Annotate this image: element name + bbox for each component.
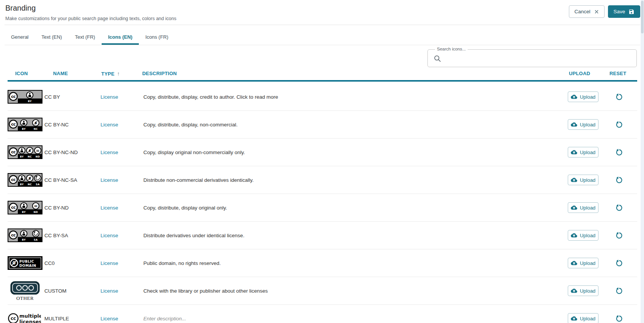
license-badge-icon: ccmultiplelicenses [8, 312, 41, 323]
upload-button[interactable]: Upload [568, 91, 598, 102]
table-row: ccBY$NCSA CC BY-NC-SA License Distribute… [8, 166, 637, 194]
reset-button[interactable] [614, 258, 624, 268]
upload-button[interactable]: Upload [568, 147, 598, 158]
license-name: CC0 [44, 260, 55, 266]
table-header-row: ICON NAME TYPE↑ DESCRIPTION UPLOAD RESET [8, 68, 637, 82]
license-description[interactable]: Copy, distribute, display, credit to aut… [143, 94, 278, 100]
upload-button[interactable]: Upload [568, 175, 598, 185]
cancel-button[interactable]: Cancel [569, 5, 605, 18]
svg-text:licenses: licenses [19, 319, 41, 323]
reset-rotate-icon [616, 207, 623, 213]
cloud-upload-icon [571, 177, 577, 183]
svg-text:cc: cc [11, 233, 16, 238]
table-row: ccBY$NC=ND CC BY-NC-ND License Copy, dis… [8, 139, 637, 166]
column-header-name[interactable]: NAME [53, 71, 68, 76]
reset-rotate-icon [616, 235, 623, 240]
svg-text:ND: ND [34, 211, 38, 214]
license-description[interactable]: Public domain, no rights reserved. [143, 260, 221, 266]
tab-icons-fr[interactable]: Icons (FR) [139, 29, 175, 45]
license-type-link[interactable]: License [101, 260, 118, 266]
svg-text:BY: BY [20, 183, 24, 186]
license-badge-icon: ccBY$NCSA [8, 173, 42, 187]
svg-text:NC: NC [28, 183, 32, 186]
svg-text:NC: NC [28, 155, 32, 158]
license-badge-icon: ccBY$NC=ND [8, 145, 42, 159]
svg-text:multiple: multiple [19, 313, 41, 319]
svg-text:SA: SA [36, 183, 39, 186]
license-name: CC BY [44, 94, 60, 100]
license-badge-icon: ccBY=ND [8, 201, 42, 214]
table-row: ccmultiplelicenses MULTIPLE License Ente… [8, 305, 637, 323]
upload-button-label: Upload [580, 94, 595, 100]
upload-button-label: Upload [580, 233, 595, 238]
license-type-link[interactable]: License [101, 94, 118, 100]
search-icons-input[interactable] [445, 50, 633, 66]
upload-button-label: Upload [580, 288, 595, 294]
license-type-link[interactable]: License [101, 205, 118, 211]
reset-rotate-icon [616, 262, 623, 268]
svg-text:cc: cc [11, 150, 16, 154]
upload-button[interactable]: Upload [568, 258, 598, 268]
cloud-upload-icon [571, 122, 577, 127]
reset-button[interactable] [614, 314, 624, 323]
license-description[interactable]: Copy, display original non-commercially … [143, 150, 245, 155]
reset-button[interactable] [614, 203, 624, 212]
license-type-link[interactable]: License [101, 233, 118, 238]
reset-button[interactable] [614, 120, 624, 129]
tab-text-en[interactable]: Text (EN) [35, 29, 68, 45]
license-description[interactable]: Enter description... [143, 316, 186, 321]
reset-button[interactable] [614, 148, 624, 157]
license-type-link[interactable]: License [101, 316, 118, 321]
sort-ascending-icon: ↑ [117, 71, 120, 77]
table-row: ccBYSA CC BY-SA License Distribute deriv… [8, 222, 637, 249]
upload-button[interactable]: Upload [568, 285, 598, 296]
upload-button[interactable]: Upload [568, 202, 598, 213]
license-name: CUSTOM [44, 288, 66, 294]
reset-button[interactable] [614, 286, 624, 295]
license-description[interactable]: Copy, distribute, display, non-commercia… [143, 122, 238, 128]
license-description[interactable]: Distribute non-commercial derivatives id… [143, 177, 254, 183]
scrollbar-track[interactable] [641, 0, 644, 323]
cloud-upload-icon [571, 233, 577, 238]
upload-button[interactable]: Upload [568, 313, 598, 323]
svg-text:BY: BY [22, 128, 26, 131]
column-header-description[interactable]: DESCRIPTION [142, 71, 177, 76]
svg-text:SA: SA [34, 238, 38, 241]
upload-button[interactable]: Upload [568, 230, 598, 241]
column-header-upload: UPLOAD [569, 71, 590, 76]
license-description[interactable]: Distribute derivatives under identical l… [143, 233, 244, 238]
svg-text:cc: cc [11, 316, 16, 321]
license-type-link[interactable]: License [101, 122, 118, 128]
cloud-upload-icon [571, 150, 577, 155]
column-header-icon: ICON [15, 71, 28, 76]
cloud-upload-icon [571, 316, 577, 321]
reset-button[interactable] [614, 175, 624, 184]
scrollbar-thumb[interactable] [641, 1, 644, 33]
table-row: ccBY CC BY License Copy, distribute, dis… [8, 83, 637, 111]
save-button-label: Save [614, 9, 625, 14]
reset-rotate-icon [616, 318, 623, 323]
reset-button[interactable] [614, 231, 624, 240]
svg-text:cc: cc [11, 122, 16, 127]
license-description[interactable]: Copy, distribute, display original only. [143, 205, 227, 211]
svg-text:NC: NC [34, 128, 38, 131]
tab-text-fr[interactable]: Text (FR) [68, 29, 101, 45]
tab-general[interactable]: General [5, 29, 35, 45]
license-name: MULTIPLE [44, 316, 69, 321]
tab-icons-en[interactable]: Icons (EN) [102, 29, 139, 45]
cancel-button-label: Cancel [574, 9, 590, 14]
license-type-link[interactable]: License [101, 288, 118, 294]
upload-button[interactable]: Upload [568, 119, 598, 130]
reset-rotate-icon [616, 151, 623, 157]
table-row: 0PUBLICDOMAIN CC0 License Public domain,… [8, 249, 637, 277]
license-badge-icon: 0PUBLICDOMAIN [8, 256, 42, 270]
svg-text:cc: cc [11, 94, 16, 99]
save-button[interactable]: Save [608, 5, 640, 18]
license-type-link[interactable]: License [101, 150, 118, 155]
column-header-type[interactable]: TYPE↑ [101, 71, 120, 77]
svg-text:ND: ND [36, 155, 40, 158]
reset-button[interactable] [614, 92, 624, 101]
license-description[interactable]: Check with the library or publisher abou… [143, 288, 268, 294]
svg-text:DOMAIN: DOMAIN [19, 264, 36, 268]
license-type-link[interactable]: License [101, 177, 118, 183]
